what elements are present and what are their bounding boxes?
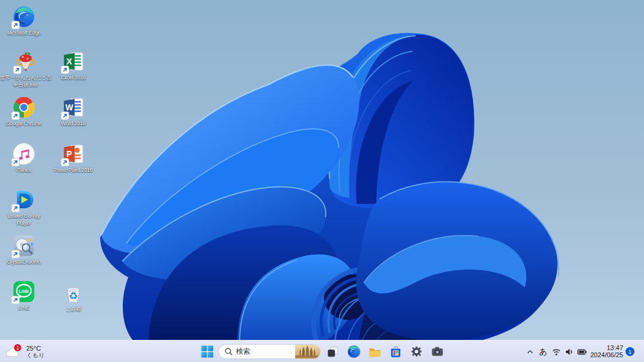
desktop-icon-powerpoint[interactable]: P PowerPoint 2016 xyxy=(48,143,99,174)
chevron-up-icon xyxy=(526,348,534,356)
search-highlight-image[interactable] xyxy=(295,344,320,359)
system-tray: あ 13:47 2024/06/25 1 xyxy=(524,341,644,362)
shortcut-arrow-icon xyxy=(13,66,21,74)
wifi-icon xyxy=(552,348,561,356)
tray-battery[interactable] xyxy=(576,341,589,362)
desktop: Microsoft Edge 世界一かんたんだと吉 申告状.exe Google… xyxy=(0,0,644,362)
desktop-icon-line[interactable]: LINE LINE xyxy=(0,280,49,311)
tray-ime-mode[interactable]: あ xyxy=(537,341,550,362)
shortcut-arrow-icon xyxy=(61,112,69,120)
shortcut-arrow-icon xyxy=(11,296,20,304)
desktop-icon-label: ごみ箱 xyxy=(45,305,102,313)
desktop-icon-crystaldiskinfo[interactable]: CrystalDiskInfo xyxy=(0,234,49,265)
start-button[interactable] xyxy=(200,341,214,362)
file-explorer-button[interactable] xyxy=(367,341,382,362)
task-view-icon xyxy=(326,345,339,358)
desktop-icon-label: Microsoft Edge xyxy=(0,29,52,36)
desktop-icon-excel[interactable]: X Excel 2016 xyxy=(48,50,99,81)
camera-button[interactable] xyxy=(430,341,444,362)
shortcut-arrow-icon xyxy=(61,66,69,74)
settings-button[interactable] xyxy=(409,341,423,362)
svg-text:♻: ♻ xyxy=(69,290,78,302)
svg-text:X: X xyxy=(66,57,72,66)
recycle-bin-icon: ♻ xyxy=(62,281,85,304)
search-box[interactable]: 検索 xyxy=(218,344,321,359)
notification-badge[interactable]: 1 xyxy=(626,347,634,356)
desktop-icon-label: Leawo Blu-ray Player xyxy=(0,212,52,227)
tray-network[interactable] xyxy=(550,341,563,362)
taskbar-edge-button[interactable] xyxy=(346,341,361,362)
shortcut-arrow-icon xyxy=(11,250,20,258)
task-view-button[interactable] xyxy=(326,341,340,362)
taskbar: 1 25°C くもり 検索 xyxy=(0,340,644,362)
tray-clock[interactable]: 13:47 2024/06/25 xyxy=(590,345,623,358)
desktop-icon-word[interactable]: W Word 2016 xyxy=(48,96,99,127)
clock-date: 2024/06/25 xyxy=(590,352,623,359)
weather-temperature: 25°C xyxy=(26,345,45,352)
windows-logo-icon xyxy=(201,345,213,358)
settings-gear-icon xyxy=(410,345,423,358)
taskbar-weather-widget[interactable]: 1 25°C くもり xyxy=(5,342,70,361)
svg-text:LINE: LINE xyxy=(19,289,29,294)
desktop-icon-leawo-bluray-player[interactable]: Leawo Blu-ray Player xyxy=(0,188,49,227)
clock-time: 13:47 xyxy=(590,345,623,352)
search-placeholder: 検索 xyxy=(236,346,295,357)
desktop-icon-microsoft-edge[interactable]: Microsoft Edge xyxy=(0,5,49,36)
weather-cloud-icon: 1 xyxy=(5,344,23,360)
shortcut-arrow-icon xyxy=(61,158,69,166)
weather-condition: くもり xyxy=(26,352,45,359)
camera-icon xyxy=(431,345,444,358)
desktop-icon-itunes[interactable]: iTunes xyxy=(0,143,49,174)
tray-chevron-up[interactable] xyxy=(524,341,537,362)
desktop-icon-label: PowerPoint 2016 xyxy=(45,166,102,174)
desktop-icon-label: CrystalDiskInfo xyxy=(0,258,52,265)
desktop-icon-shinkoku-exe[interactable]: 世界一かんたんだと吉 申告状.exe xyxy=(0,50,51,88)
battery-icon xyxy=(577,348,587,356)
shortcut-arrow-icon xyxy=(11,21,20,29)
shortcut-arrow-icon xyxy=(11,204,20,212)
file-explorer-icon xyxy=(368,345,382,358)
tray-volume[interactable] xyxy=(563,341,576,362)
svg-text:1: 1 xyxy=(16,345,19,351)
edge-icon xyxy=(347,345,361,358)
speaker-icon xyxy=(565,348,574,356)
microsoft-store-icon xyxy=(389,345,402,358)
microsoft-store-button[interactable] xyxy=(388,341,402,362)
desktop-icon-label: Word 2016 xyxy=(45,120,102,127)
desktop-icon-label: Excel 2016 xyxy=(45,74,102,81)
desktop-icon-recycle-bin[interactable]: ♻ ごみ箱 xyxy=(48,281,99,313)
shortcut-arrow-icon xyxy=(11,112,20,120)
search-icon xyxy=(225,348,233,355)
desktop-icon-google-chrome[interactable]: Google Chrome xyxy=(0,96,49,127)
shortcut-arrow-icon xyxy=(11,158,20,166)
